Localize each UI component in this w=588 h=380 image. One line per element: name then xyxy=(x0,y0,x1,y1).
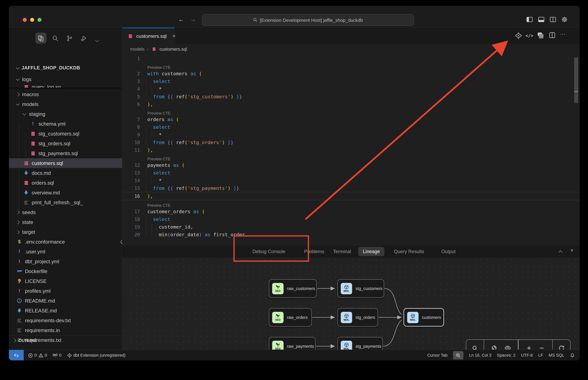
encoding-status[interactable]: UTF-8 xyxy=(521,353,533,358)
eol-status[interactable]: LF xyxy=(538,353,543,358)
tree-file--user-yml[interactable]: !.user.yml xyxy=(9,247,129,257)
code-line-20[interactable]: 20 min(order_date) as first_order, xyxy=(122,231,580,238)
tree-folder-seeds[interactable]: seeds xyxy=(9,207,129,217)
split-editor-icon[interactable] xyxy=(549,32,555,38)
lineage-node-raw_customers[interactable]: SEDraw_customers xyxy=(269,279,317,298)
indentation-status[interactable]: Spaces: 2 xyxy=(497,353,515,358)
toggle-panel-icon[interactable] xyxy=(538,17,544,22)
maximize-panel-icon[interactable] xyxy=(559,249,562,255)
code-line-9[interactable]: 9 * xyxy=(122,131,580,138)
tree-file-query-log-sq[interactable]: query_log.sq xyxy=(9,84,122,88)
code-line-6[interactable]: 6), xyxy=(122,100,580,108)
tree-file-dockerfile[interactable]: Dockerfile xyxy=(9,266,129,276)
tree-file-license[interactable]: LICENSE xyxy=(9,276,129,286)
dbt-icon[interactable] xyxy=(515,32,522,39)
tree-file-docs-md[interactable]: docs.md xyxy=(9,168,136,178)
tree-file-requirements-in[interactable]: requirements.in xyxy=(9,325,129,335)
code-line-11[interactable]: 11), xyxy=(122,146,580,154)
compiled-code-icon[interactable]: </> xyxy=(526,33,533,38)
code-line-4[interactable]: 4 * xyxy=(122,85,580,93)
code-line-14[interactable]: 14 * xyxy=(122,177,580,184)
lineage-graph[interactable]: SEDraw_customersMDLstg_customersSEDraw_o… xyxy=(122,257,580,355)
panel-tab-query-results[interactable]: Query Results xyxy=(394,246,424,257)
tree-folder-logs[interactable]: logs xyxy=(9,74,129,84)
tree-file-readme-md[interactable]: README.md xyxy=(9,296,129,306)
close-traffic-light[interactable] xyxy=(23,18,27,22)
remote-indicator[interactable] xyxy=(9,350,24,361)
lineage-node-stg_customers[interactable]: MDLstg_customers xyxy=(337,279,384,298)
breadcrumb[interactable]: models › customers.sql xyxy=(130,47,187,52)
query-results-table-icon[interactable] xyxy=(537,32,544,39)
search-sidebar-icon[interactable] xyxy=(52,35,59,42)
code-line-13[interactable]: 13 select xyxy=(122,169,580,177)
problems-status[interactable]: 0 0 xyxy=(28,353,47,358)
breadcrumb-folder[interactable]: models xyxy=(130,47,144,52)
outline-section[interactable]: OUTLINE xyxy=(9,335,122,345)
code-line-19[interactable]: 19 customer_id, xyxy=(122,223,580,231)
codelens-preview-cte[interactable]: Preview CTE xyxy=(122,200,580,208)
bell-icon[interactable] xyxy=(570,353,575,358)
code-line-5[interactable]: 5 from {{ ref('stg_customers') }} xyxy=(122,93,580,100)
explorer-section-header[interactable]: JAFFLE_SHOP_DUCKDB xyxy=(16,65,80,71)
ports-status[interactable]: 0 xyxy=(53,353,61,358)
tree-file-overview-md[interactable]: overview.md xyxy=(9,188,136,198)
minimize-traffic-light[interactable] xyxy=(30,18,34,22)
tree-folder-macros[interactable]: macros xyxy=(9,89,129,99)
zoom-indicator[interactable] xyxy=(453,351,464,360)
gear-icon[interactable] xyxy=(561,16,568,23)
maximize-traffic-light[interactable] xyxy=(38,18,41,22)
toggle-primary-sidebar-icon[interactable] xyxy=(527,17,533,22)
code-line-15[interactable]: 15 from {{ ref('stg_payments') }} xyxy=(122,184,580,192)
language-mode-status[interactable]: MS SQL xyxy=(549,353,564,358)
code-line-18[interactable]: 18 select xyxy=(122,215,580,223)
chevron-down-icon[interactable] xyxy=(96,37,98,43)
dbt-extension-status[interactable]: dbt Extension (unregistered) xyxy=(67,353,125,358)
code-line-1[interactable]: 1 xyxy=(122,55,580,62)
tree-folder-staging[interactable]: staging xyxy=(9,109,136,119)
source-control-icon[interactable] xyxy=(66,35,73,42)
tree-file-print-full-refresh-sql-[interactable]: print_full_refresh._sql_ xyxy=(9,198,136,207)
code-line-10[interactable]: 10 from {{ ref('stg_orders') }} xyxy=(122,138,580,146)
tree-folder-models[interactable]: models xyxy=(9,99,129,109)
code-line-7[interactable]: 7orders as ( xyxy=(122,115,580,123)
tree-file-customers-sql[interactable]: customers.sql xyxy=(9,158,136,168)
breadcrumb-file[interactable]: customers.sql xyxy=(160,47,187,52)
code-line-12[interactable]: 12payments as ( xyxy=(122,161,580,169)
toggle-secondary-sidebar-icon[interactable] xyxy=(550,17,556,22)
lineage-node-stg_orders[interactable]: MDLstg_orders xyxy=(337,308,378,326)
lineage-node-raw_orders[interactable]: SEDraw_orders xyxy=(269,308,312,326)
tree-file-requirements-dev-txt[interactable]: requirements-dev.txt xyxy=(9,316,129,325)
tree-file-orders-sql[interactable]: orders.sql xyxy=(9,178,136,188)
tree-file-release-md[interactable]: RELEASE.md xyxy=(9,306,129,316)
code-line-8[interactable]: 8 select xyxy=(122,123,580,131)
code-line-2[interactable]: 2with customers as ( xyxy=(122,70,580,77)
cursor-position-status[interactable]: Ln 16, Col 3 xyxy=(469,353,491,358)
tree-file--env-conformance[interactable]: $.env.conformance xyxy=(9,237,129,247)
command-center-search[interactable]: [Extension Development Host] jaffle_shop… xyxy=(202,14,414,26)
panel-tab-output[interactable]: Output xyxy=(441,246,456,257)
files-icon[interactable] xyxy=(38,35,44,42)
codelens-preview-cte[interactable]: Preview CTE xyxy=(122,108,580,115)
tree-folder-state[interactable]: state xyxy=(9,217,129,227)
codelens-preview-cte[interactable]: Preview CTE xyxy=(122,154,580,161)
code-line-17[interactable]: 17customer_orders as ( xyxy=(122,208,580,215)
tab-customers-sql[interactable]: customers.sql × xyxy=(122,28,175,44)
chevron-right-icon xyxy=(12,339,16,342)
tree-file-profiles-yml[interactable]: !profiles.yml xyxy=(9,286,129,296)
more-actions-icon[interactable]: ⋯ xyxy=(560,31,566,38)
code-editor[interactable]: 1Preview CTE2with customers as (3 select… xyxy=(122,55,580,238)
panel-tab-lineage[interactable]: Lineage xyxy=(358,247,385,256)
code-line-16[interactable]: 16), xyxy=(122,192,580,200)
editor-scrollbar[interactable] xyxy=(574,57,578,103)
close-panel-icon[interactable]: × xyxy=(570,247,573,253)
codelens-preview-cte[interactable]: Preview CTE xyxy=(122,62,580,70)
back-arrow-icon[interactable]: ← xyxy=(178,16,184,23)
forward-arrow-icon[interactable]: → xyxy=(190,16,196,23)
run-and-debug-icon[interactable] xyxy=(80,35,87,42)
tree-file-dbt-project-yml[interactable]: !dbt_project.yml xyxy=(9,257,129,266)
tree-folder-target[interactable]: target xyxy=(9,227,129,237)
lineage-node-customers[interactable]: MDLcustomers xyxy=(404,308,444,326)
panel-tab-terminal[interactable]: Terminal xyxy=(333,246,351,257)
code-line-3[interactable]: 3 select xyxy=(122,77,580,85)
cursor-tab-status[interactable]: Cursor Tab xyxy=(427,353,448,358)
